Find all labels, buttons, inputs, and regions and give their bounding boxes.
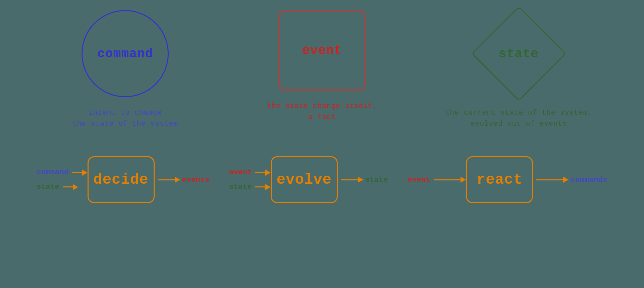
react-output-arrow (536, 177, 569, 183)
evolve-event-arrow (255, 170, 271, 176)
command-desc-line1: intent to change (72, 107, 178, 118)
react-event-input: event (408, 176, 466, 184)
decide-state-input: state (37, 183, 88, 191)
state-diamond-container: state (470, 10, 568, 97)
command-desc-line2: the state of the system (72, 118, 178, 129)
evolve-label: evolve (277, 171, 332, 188)
evolve-event-input: event (229, 168, 271, 177)
evolve-box: evolve (271, 156, 338, 203)
decide-output-label: events (182, 176, 210, 184)
react-label: react (477, 171, 523, 188)
state-diamond: state (471, 6, 566, 101)
react-event-arrow (434, 177, 466, 183)
evolve-state-input: state (229, 183, 271, 191)
command-description: intent to change the state of the system (72, 107, 178, 129)
evolve-state-label: state (229, 183, 252, 191)
decide-box: decide (88, 156, 155, 203)
react-output: commands (536, 176, 607, 184)
event-rect: event (278, 10, 366, 91)
evolve-inputs: event state (229, 168, 271, 191)
evolve-state-arrow (255, 184, 271, 190)
bottom-row: command state (0, 156, 644, 203)
decide-container: command state (37, 156, 210, 203)
evolve-output-arrow (341, 177, 363, 183)
evolve-output-label: state (365, 176, 388, 184)
decide-label: decide (93, 171, 148, 188)
event-desc-line2: a fact (267, 112, 377, 123)
react-box: react (466, 156, 533, 203)
state-shape-container: state the current state of the system, e… (421, 10, 616, 129)
event-shape-container: event the state change itself, a fact (225, 10, 420, 123)
evolve-output: state (341, 176, 388, 184)
event-description: the state change itself, a fact (267, 101, 377, 123)
react-output-label: commands (571, 176, 607, 184)
command-shape-container: command intent to change the state of th… (28, 10, 223, 129)
evolve-event-label: event (229, 168, 252, 177)
react-container: event react commands (408, 156, 607, 203)
top-row: command intent to change the state of th… (0, 10, 644, 129)
decide-inputs: command state (37, 168, 88, 191)
state-description: the current state of the system, evolved… (445, 107, 592, 129)
decide-command-label: command (37, 168, 69, 177)
state-desc-line2: evolved out of events (445, 118, 592, 129)
decide-output: events (158, 176, 210, 184)
react-inputs: event (408, 176, 466, 184)
state-desc-line1: the current state of the system, (445, 107, 592, 118)
event-desc-line1: the state change itself, (267, 101, 377, 112)
decide-command-input: command (37, 168, 88, 177)
event-title: event (302, 43, 342, 58)
main-layout: command intent to change the state of th… (0, 0, 644, 288)
evolve-container: event state (229, 156, 388, 203)
decide-command-arrow (72, 170, 88, 176)
state-title: state (499, 47, 539, 61)
react-event-label: event (408, 176, 431, 184)
decide-output-arrow (158, 177, 180, 183)
decide-state-label: state (37, 183, 60, 191)
command-circle: command (82, 10, 169, 97)
command-title: command (97, 47, 153, 61)
decide-state-arrow (63, 184, 78, 190)
